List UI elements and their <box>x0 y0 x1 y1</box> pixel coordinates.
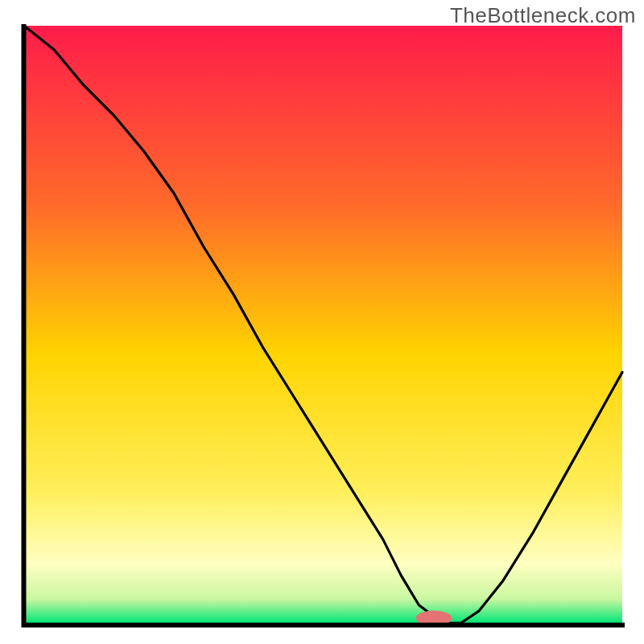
chart-container: TheBottleneck.com <box>0 0 644 644</box>
watermark-text: TheBottleneck.com <box>450 3 636 28</box>
plot-area <box>24 26 622 626</box>
bottleneck-chart <box>0 0 644 644</box>
